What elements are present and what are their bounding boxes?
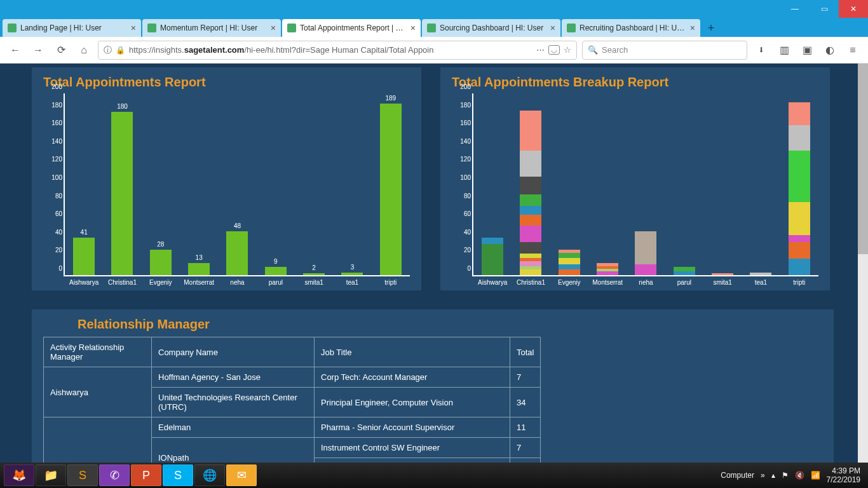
bar-column: tea1: [742, 93, 780, 275]
extension-icon[interactable]: ◐: [821, 41, 839, 59]
bar[interactable]: [111, 112, 133, 275]
bar-segment: [520, 254, 541, 258]
taskbar-powerpoint-icon[interactable]: P: [131, 464, 161, 486]
tray-volume-icon[interactable]: 🔇: [795, 471, 804, 480]
bar-column: Aishwarya: [473, 93, 512, 275]
new-tab-button[interactable]: +: [702, 19, 721, 37]
info-icon: ⓘ: [104, 44, 112, 56]
cell-manager: [44, 417, 152, 463]
forward-button[interactable]: →: [29, 41, 47, 59]
windows-taskbar: 🦊 📁 S ✆ P S 🌐 ✉ Computer » ▴ ⚑ 🔇 📶 4:39 …: [0, 463, 868, 488]
bar-column: 9parul: [257, 93, 295, 275]
taskbar-skype-icon[interactable]: S: [163, 464, 193, 486]
tray-network-icon[interactable]: 📶: [811, 471, 820, 480]
maximize-button[interactable]: ▭: [810, 0, 839, 18]
sidebar-icon[interactable]: ▣: [798, 41, 816, 59]
scrollbar-track[interactable]: [858, 64, 868, 463]
stacked-bar[interactable]: [520, 111, 541, 275]
browser-tab[interactable]: Recruiting Dashboard | HI: User×: [562, 19, 700, 37]
bookmark-icon[interactable]: ☆: [564, 45, 571, 55]
tray-up-icon[interactable]: ▴: [771, 471, 775, 480]
bar-segment: [520, 194, 541, 205]
taskbar-outlook-icon[interactable]: ✉: [226, 464, 257, 486]
bar-segment: [482, 244, 503, 275]
bar-segment: [597, 271, 618, 275]
stacked-bar[interactable]: [635, 231, 656, 275]
bar[interactable]: [73, 238, 95, 275]
cell-total: 7: [510, 367, 541, 388]
bar-value-label: 2: [312, 264, 316, 271]
tray-clock[interactable]: 4:39 PM 7/22/2019: [827, 466, 864, 485]
stacked-bar[interactable]: [482, 238, 503, 275]
more-icon[interactable]: ⋯: [536, 45, 545, 55]
tab-label: Recruiting Dashboard | HI: User: [580, 24, 686, 32]
tab-close-icon[interactable]: ×: [410, 23, 416, 33]
tab-close-icon[interactable]: ×: [131, 23, 136, 33]
window-titlebar: — ▭ ✕: [0, 0, 868, 18]
x-axis-label: Evgeniy: [550, 279, 588, 286]
table-title: Relationship Manager: [78, 317, 822, 332]
total-appointments-chart: 02040608010012014016018020041Aishwarya18…: [43, 93, 410, 276]
cell-total: 34: [510, 388, 541, 417]
reload-button[interactable]: ⟳: [52, 41, 70, 59]
bar-segment: [789, 102, 810, 125]
x-axis-label: smita1: [703, 279, 742, 286]
taskbar-firefox-icon[interactable]: 🦊: [4, 464, 34, 486]
tray-chevron-icon[interactable]: »: [761, 471, 765, 480]
reader-icon[interactable]: ◡: [548, 45, 560, 55]
bar-column: smita1: [703, 93, 742, 275]
cell-company: United Technologies Research Center (UTR…: [152, 388, 315, 417]
tab-close-icon[interactable]: ×: [550, 23, 555, 33]
stacked-bar[interactable]: [712, 273, 733, 275]
bar[interactable]: [265, 267, 287, 275]
y-axis-tick: 40: [453, 228, 471, 235]
bar-segment: [674, 267, 695, 271]
stacked-bar[interactable]: [674, 267, 695, 275]
menu-button[interactable]: ≡: [844, 41, 862, 59]
relationship-manager-panel: Relationship Manager Activity Relationsh…: [32, 309, 834, 463]
y-axis-tick: 40: [44, 228, 62, 235]
library-icon[interactable]: ▥: [775, 41, 793, 59]
taskbar-sublime-icon[interactable]: S: [67, 464, 98, 486]
y-axis-tick: 140: [453, 137, 471, 144]
bar[interactable]: [303, 273, 325, 275]
downloads-icon[interactable]: ⬇: [752, 41, 770, 59]
browser-tab[interactable]: Momentum Report | HI: User×: [142, 19, 281, 37]
bar[interactable]: [188, 263, 210, 275]
bar[interactable]: [341, 273, 363, 275]
home-button[interactable]: ⌂: [75, 41, 93, 59]
browser-tab[interactable]: Total Appointments Report | HI: User×: [282, 19, 421, 37]
chart-title: Total Appointments Report: [43, 75, 410, 90]
bar-segment: [520, 151, 541, 176]
taskbar-viber-icon[interactable]: ✆: [99, 464, 130, 486]
bar-value-label: 189: [385, 95, 396, 102]
scrollbar-thumb[interactable]: [858, 64, 868, 254]
tab-close-icon[interactable]: ×: [690, 23, 695, 33]
tray-flag-icon[interactable]: ⚑: [782, 471, 789, 480]
bar-segment: [635, 264, 656, 275]
minimize-button[interactable]: —: [780, 0, 810, 18]
search-bar[interactable]: 🔍 Search: [582, 41, 747, 60]
taskbar-explorer-icon[interactable]: 📁: [36, 464, 66, 486]
back-button[interactable]: ←: [6, 41, 24, 59]
cell-job: Corp Tech: Account Manager: [315, 367, 510, 388]
browser-tab[interactable]: Sourcing Dashboard | HI: User×: [422, 19, 560, 37]
taskbar-chrome-icon[interactable]: 🌐: [194, 464, 225, 486]
bar[interactable]: [380, 104, 402, 275]
stacked-bar[interactable]: [750, 273, 771, 275]
close-button[interactable]: ✕: [839, 0, 868, 18]
bar-column: 13Montserrat: [180, 93, 218, 275]
bar-segment: [520, 111, 541, 151]
bar[interactable]: [226, 231, 248, 275]
cell-company: Hoffman Agency - San Jose: [152, 367, 315, 388]
bar-segment: [520, 177, 541, 195]
stacked-bar[interactable]: [559, 250, 580, 275]
bar[interactable]: [150, 250, 172, 275]
y-axis-tick: 200: [44, 83, 62, 90]
x-axis-label: Montserrat: [588, 279, 627, 286]
tab-close-icon[interactable]: ×: [271, 23, 276, 33]
browser-tab[interactable]: Landing Page | HI: User×: [3, 19, 141, 37]
stacked-bar[interactable]: [597, 263, 618, 275]
stacked-bar[interactable]: [789, 102, 810, 275]
address-bar[interactable]: ⓘ 🔒 https://insights.sagetalent.com/hi-e…: [98, 41, 577, 60]
